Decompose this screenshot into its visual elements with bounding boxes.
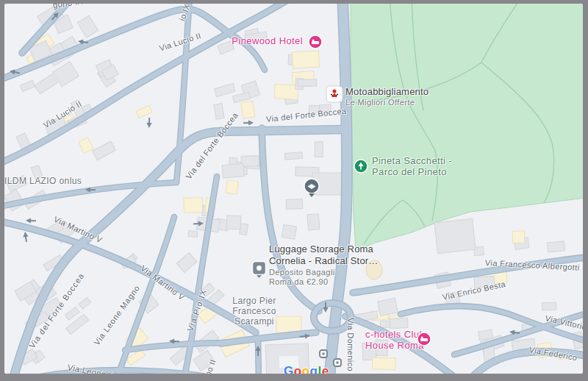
street-label-via-domenico: Via Domenico — [346, 318, 355, 371]
google-logo-letter: o — [302, 364, 310, 374]
map-canvas[interactable]: gorio IX Via Lucio II Via Lucio II Via d… — [4, 4, 583, 374]
map-vector-layer — [4, 4, 583, 374]
map-world: gorio IX Via Lucio II Via Lucio II Via d… — [4, 4, 583, 374]
poi-marker-slate-icon[interactable] — [304, 178, 320, 201]
poi-label-luggage-line2[interactable]: Cornelia - Radical Stor… — [269, 255, 379, 266]
luggage-storage-marker-icon[interactable] — [251, 260, 267, 282]
poi-label-pineta-line2[interactable]: Parco del Pineto — [372, 166, 447, 177]
poi-sublabel-luggage-line3: Deposito Bagagli — [269, 268, 335, 277]
poi-label-pineta-line1[interactable]: Pineta Sacchetti - — [372, 155, 452, 166]
park-marker-icon-pineta[interactable] — [354, 159, 368, 177]
motoabbigliamento-marker-icon[interactable] — [326, 85, 343, 106]
poi-sublabel-motoabbigliamento: Le Migliori Offerte — [345, 98, 415, 107]
google-logo[interactable]: Google — [284, 364, 329, 374]
poi-label-pinewood-hotel[interactable]: Pinewood Hotel — [220, 35, 303, 46]
largo-line2: Francesco — [232, 306, 276, 316]
hotel-marker-icon-pinewood[interactable] — [308, 35, 323, 52]
google-logo-letter: o — [294, 364, 302, 374]
poi-label-motoabbigliamento[interactable]: Motoabbigliamento — [345, 86, 429, 97]
poi-label-chotels-line2[interactable]: House Roma — [365, 340, 424, 351]
largo-line3: Scarampi — [232, 316, 276, 327]
google-logo-letter: e — [322, 364, 329, 374]
hotel-marker-icon-chotels[interactable] — [417, 332, 431, 349]
poi-label-luggage-line1[interactable]: Luggage Storage Roma — [269, 243, 373, 254]
poi-label-uildm[interactable]: UILDM LAZIO onlus — [4, 176, 82, 186]
bus-stop-icon[interactable] — [319, 348, 328, 361]
bus-stop-icon[interactable] — [333, 357, 342, 370]
poi-sublabel-luggage-line4: Roma da €2.90 — [269, 277, 328, 286]
largo-line1: Largo Pier — [232, 296, 276, 306]
poi-label-chotels-line1[interactable]: c-hotels Club — [365, 329, 425, 340]
place-label-largo-scarampi: Largo Pier Francesco Scarampi — [232, 296, 276, 327]
google-logo-letter: g — [310, 364, 318, 374]
google-logo-letter: G — [284, 364, 294, 374]
